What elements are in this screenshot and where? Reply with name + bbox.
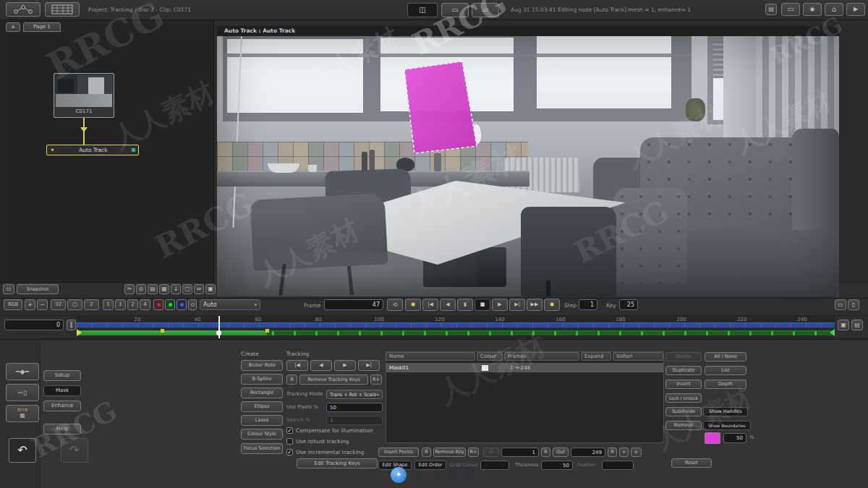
invert-mask-button[interactable]: Invert — [665, 380, 702, 389]
list-button[interactable]: List — [705, 366, 746, 375]
mask-opacity-input[interactable]: 50 — [723, 433, 746, 443]
add-page-button[interactable]: + — [6, 22, 20, 32]
import-node-button[interactable]: ↓ — [171, 284, 181, 294]
redo-button[interactable]: ↷ — [61, 438, 88, 463]
solid-button[interactable]: ▣ — [205, 284, 216, 294]
create-ellipse-button[interactable]: Ellipse — [241, 401, 283, 412]
ratio-4-button[interactable]: 4 — [140, 299, 150, 310]
timeline-start-input[interactable]: 0 — [4, 320, 64, 330]
track-backward-button[interactable]: ◀ — [310, 360, 332, 371]
range-start-handle[interactable] — [77, 329, 82, 336]
remove-key-fwd-button[interactable]: R+ — [370, 374, 382, 385]
next-keyframe-button[interactable]: ✱ — [544, 299, 560, 311]
key-r3-button[interactable]: R — [541, 448, 550, 457]
log-button[interactable]: ▤ — [765, 4, 777, 15]
in-button[interactable]: In — [483, 448, 499, 457]
auto-track-node[interactable]: ✦ Auto Track — [46, 145, 139, 155]
timeline-mode-button[interactable]: ▣ — [838, 320, 849, 330]
insert-points-button[interactable]: Insert Points — [378, 448, 419, 457]
fit-view-button[interactable]: ⇔ — [194, 284, 204, 294]
delete-mask-button[interactable]: Delete — [665, 352, 702, 361]
grid-button[interactable]: ▦ — [159, 284, 169, 294]
tab-enhance[interactable]: Enhance — [43, 401, 81, 411]
in-input[interactable]: 1 — [501, 448, 539, 457]
key-r4-button[interactable]: R — [608, 448, 617, 457]
key-r1-button[interactable]: R — [422, 448, 431, 457]
zoom-out-button[interactable]: − — [37, 299, 48, 310]
half-res-button[interactable]: 2 — [84, 299, 99, 310]
step-back-button[interactable]: ▮ — [457, 299, 473, 311]
display-button[interactable]: ▭ — [781, 3, 800, 16]
ratio-2-button[interactable]: 2 — [127, 299, 138, 310]
timeline-rows-button[interactable]: ▤ — [851, 320, 863, 330]
page-tab[interactable]: Page 1 — [23, 22, 61, 32]
playback-button[interactable]: ▶ — [846, 3, 865, 16]
node-graph-view-button[interactable] — [6, 2, 41, 17]
remove-key-button[interactable]: Remove Key — [433, 448, 466, 457]
key-pm-button[interactable]: ± — [631, 448, 642, 457]
compensate-illumination-checkbox[interactable]: ✓ Compensate for illumination — [286, 427, 373, 434]
range-end-handle[interactable] — [830, 329, 835, 336]
clip-node[interactable]: C0171 — [54, 73, 114, 118]
ratio-1a-button[interactable]: 1 — [103, 299, 114, 310]
track-to-end-button[interactable]: ▶| — [358, 360, 380, 371]
timeline-lock-button[interactable]: ‖ — [67, 320, 76, 330]
step-input[interactable]: 1 — [579, 299, 597, 310]
spreadsheet-view-button[interactable] — [45, 2, 80, 17]
proxy-button[interactable]: ⬡ — [67, 299, 82, 310]
out-input[interactable]: 249 — [571, 448, 605, 457]
create-bezier-button[interactable]: Bezier Roto — [241, 360, 283, 371]
undo-button[interactable]: ↶ — [9, 438, 36, 463]
home-button[interactable]: ⌂ — [825, 3, 843, 16]
create-colour-button[interactable]: Colour Style — [241, 429, 283, 440]
target-node-button[interactable]: ◎ — [136, 284, 146, 294]
select-all-none-button[interactable]: All / None — [705, 352, 746, 361]
step-forward-button[interactable]: ▶| — [509, 299, 525, 311]
tracking-mode-select[interactable]: Trans + Rot + Scale ▾ — [326, 390, 383, 399]
roto-mask-overlay[interactable] — [394, 55, 484, 158]
feather-input[interactable] — [602, 461, 634, 470]
column-header-expand[interactable]: Expand — [581, 352, 611, 361]
media-button[interactable]: ▭ — [441, 3, 469, 17]
play-backward-button[interactable]: ◀ — [440, 299, 456, 311]
show-boundaries-button[interactable]: Show Boundaries — [703, 421, 751, 430]
remove-tracking-keys-button[interactable]: Remove Tracking Keys — [299, 374, 368, 385]
alpha-channel-button[interactable] — [188, 299, 197, 310]
view-single-button[interactable]: ▯ — [848, 299, 859, 310]
prev-keyframe-button[interactable]: ✱ — [405, 299, 421, 311]
lock-unlock-button[interactable]: Lock / Unlock — [665, 393, 702, 403]
cut-node-button[interactable]: ✂ — [124, 284, 135, 294]
create-lasso-button[interactable]: Lasso — [241, 415, 283, 426]
red-channel-button[interactable] — [153, 299, 163, 310]
bit-depth-button[interactable]: 32 — [51, 299, 66, 310]
go-start-button[interactable]: |◀ — [422, 299, 438, 311]
view-split-button[interactable]: ▭ — [835, 299, 846, 310]
column-header-name[interactable]: Name — [386, 352, 475, 361]
timeline-ruler[interactable]: 20 40 60 80 100 120 140 160 180 200 220 … — [77, 316, 835, 338]
duplicate-mask-button[interactable]: Duplicate — [665, 366, 702, 375]
tracker-tool-button[interactable]: ━◆━ — [6, 363, 39, 380]
thumbnail-toggle-button[interactable]: ▭ — [3, 284, 14, 294]
ratio-1b-button[interactable]: 1 — [115, 299, 126, 310]
create-rectangle-button[interactable]: Rectangle — [241, 388, 283, 398]
create-focus-button[interactable]: Focus Selection — [241, 443, 283, 454]
export-tool-button[interactable]: ⇨▯ — [6, 384, 39, 401]
thickness-input[interactable]: 50 — [541, 461, 573, 470]
key-input[interactable]: 25 — [619, 299, 638, 310]
use-pixels-input[interactable]: 50 — [326, 403, 383, 412]
edit-tracking-keys-button[interactable]: Edit Tracking Keys — [297, 458, 378, 468]
mask-colour-swatch[interactable] — [482, 365, 488, 371]
snapshot-button[interactable]: Snapshot — [17, 284, 59, 294]
tab-mask[interactable]: Mask — [43, 385, 81, 396]
track-to-start-button[interactable]: |◀ — [286, 360, 308, 371]
lut-select[interactable]: Auto ▾ — [200, 299, 260, 310]
column-header-colour[interactable]: Colour — [477, 352, 503, 361]
remove-mask-button[interactable]: Remove — [665, 421, 702, 430]
show-handles-button[interactable]: Show Handles — [703, 407, 748, 416]
key-marker[interactable] — [265, 329, 269, 333]
column-header-frames[interactable]: Frames — [504, 352, 579, 361]
key-plus-button[interactable]: + — [619, 448, 629, 457]
cache-button[interactable]: ◫ — [407, 3, 438, 17]
tab-setup[interactable]: Setup — [43, 370, 81, 381]
stop-button[interactable]: ■ — [475, 299, 490, 311]
